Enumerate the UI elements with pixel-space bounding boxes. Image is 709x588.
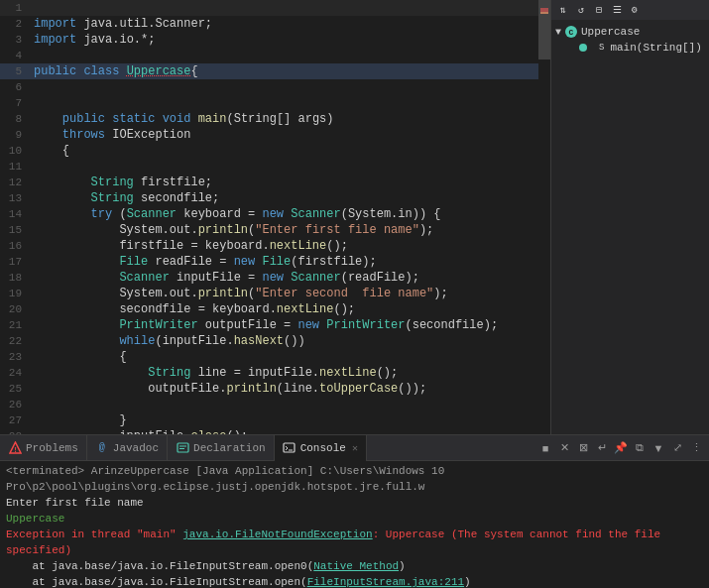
line-content: outputFile.println(line.toUpperCase()); bbox=[30, 381, 538, 397]
outline-content: ▼ C Uppercase S main(String[]) bbox=[551, 20, 709, 434]
line-content: throws IOException bbox=[30, 127, 538, 143]
warning-icon: ! bbox=[8, 441, 22, 455]
line-content: inputFile.close(); bbox=[30, 428, 538, 434]
line-content bbox=[30, 48, 538, 63]
table-row: 19 System.out.println("Enter second file… bbox=[0, 286, 538, 301]
prompt-text: Enter first file name bbox=[6, 497, 144, 509]
collapse-icon[interactable]: ⊟ bbox=[591, 2, 607, 18]
table-row: 18 Scanner inputFile = new Scanner(readF… bbox=[0, 270, 538, 286]
line-number: 27 bbox=[0, 412, 30, 428]
expand-button[interactable]: ⤢ bbox=[668, 439, 686, 457]
copy-button[interactable]: ⧉ bbox=[631, 439, 649, 457]
tab-problems[interactable]: ! Problems bbox=[0, 435, 87, 461]
exception-text: Exception in thread "main" java.io.FileN… bbox=[6, 529, 660, 556]
sync-icon[interactable]: ↺ bbox=[573, 2, 589, 18]
line-content: String secondfile; bbox=[30, 190, 538, 206]
scroll-lock-button[interactable]: ⊠ bbox=[574, 439, 592, 457]
line-content: } bbox=[30, 412, 538, 428]
table-row: 4 bbox=[0, 48, 538, 63]
code-area[interactable]: 1 2 import java.util.Scanner; 3 import j… bbox=[0, 0, 538, 434]
tab-javadoc-label: Javadoc bbox=[113, 442, 159, 454]
tab-console-label: Console bbox=[300, 442, 346, 454]
line-content: String line = inputFile.nextLine(); bbox=[30, 365, 538, 381]
line-content: public static void main(String[] args) bbox=[30, 111, 538, 127]
table-row: 20 secondfile = keyboard.nextLine(); bbox=[0, 301, 538, 317]
tab-console[interactable]: Console ✕ bbox=[275, 435, 367, 461]
table-row: 21 PrintWriter outputFile = new PrintWri… bbox=[0, 317, 538, 333]
word-wrap-button[interactable]: ↵ bbox=[593, 439, 611, 457]
line-number: 5 bbox=[0, 63, 30, 79]
table-row: 10 { bbox=[0, 143, 538, 159]
table-row: 6 bbox=[0, 79, 538, 95]
class-output-text: Uppercase bbox=[6, 513, 64, 525]
class-label: Uppercase bbox=[581, 26, 640, 38]
stack-line-2: at java.base/java.io.FileInputStream.ope… bbox=[6, 574, 703, 588]
sort-icon[interactable]: ⇅ bbox=[555, 2, 571, 18]
outline-method-item[interactable]: S main(String[]) bbox=[551, 40, 709, 56]
table-row: 5 public class Uppercase{ bbox=[0, 63, 538, 79]
table-row: 14 try (Scanner keyboard = new Scanner(S… bbox=[0, 206, 538, 222]
scrollbar-thumb[interactable] bbox=[538, 0, 550, 59]
svg-text:!: ! bbox=[13, 446, 17, 454]
table-row: 15 System.out.println("Enter first file … bbox=[0, 222, 538, 238]
line-content: PrintWriter outputFile = new PrintWriter… bbox=[30, 317, 538, 333]
line-number: 7 bbox=[0, 95, 30, 111]
pin-button[interactable]: 📌 bbox=[612, 439, 630, 457]
table-row: 24 String line = inputFile.nextLine(); bbox=[0, 365, 538, 381]
outline-header: ⇅ ↺ ⊟ ☰ ⚙ bbox=[551, 0, 709, 20]
table-row: 26 bbox=[0, 397, 538, 412]
line-content: Scanner inputFile = new Scanner(readFile… bbox=[30, 270, 538, 286]
filter-button[interactable]: ▼ bbox=[650, 439, 667, 457]
method-visibility-icon: S bbox=[599, 43, 604, 53]
svg-rect-5 bbox=[284, 443, 295, 452]
line-content bbox=[30, 397, 538, 412]
clear-button[interactable]: ✕ bbox=[555, 439, 573, 457]
table-row: 13 String secondfile; bbox=[0, 190, 538, 206]
tab-bar: ! Problems @ Javadoc Declaration Console… bbox=[0, 435, 709, 461]
line-number: 23 bbox=[0, 349, 30, 365]
line-number: 12 bbox=[0, 175, 30, 190]
table-row: 16 firstfile = keyboard.nextLine(); bbox=[0, 238, 538, 254]
exception-link[interactable]: java.io.FileNotFoundException bbox=[182, 529, 372, 540]
table-row: 28 inputFile.close(); bbox=[0, 428, 538, 434]
tab-javadoc[interactable]: @ Javadoc bbox=[87, 435, 168, 461]
tab-actions: ■ ✕ ⊠ ↵ 📌 ⧉ ▼ ⤢ ⋮ bbox=[536, 439, 705, 457]
bottom-panel: ! Problems @ Javadoc Declaration Console… bbox=[0, 434, 709, 588]
tab-declaration[interactable]: Declaration bbox=[168, 435, 275, 461]
vertical-scrollbar-track[interactable] bbox=[538, 0, 550, 434]
line-number: 9 bbox=[0, 127, 30, 143]
line-number: 6 bbox=[0, 79, 30, 95]
line-content: import java.util.Scanner; bbox=[30, 16, 538, 32]
settings-icon[interactable]: ⚙ bbox=[627, 2, 643, 18]
outline-panel: ⇅ ↺ ⊟ ☰ ⚙ ▼ C Uppercase S main(String[]) bbox=[550, 0, 709, 434]
outline-toolbar: ⇅ ↺ ⊟ ☰ ⚙ bbox=[555, 2, 643, 18]
line-content: public class Uppercase{ bbox=[30, 63, 538, 79]
line-content: while(inputFile.hasNext()) bbox=[30, 333, 538, 349]
svg-rect-2 bbox=[177, 443, 188, 452]
more-button[interactable]: ⋮ bbox=[687, 439, 705, 457]
line-number: 10 bbox=[0, 143, 30, 159]
stop-button[interactable]: ■ bbox=[536, 439, 554, 457]
line-number: 1 bbox=[0, 0, 30, 16]
line-content: { bbox=[30, 349, 538, 365]
table-row: 25 outputFile.println(line.toUpperCase()… bbox=[0, 381, 538, 397]
class-name-line: Uppercase bbox=[6, 511, 703, 527]
line-number: 18 bbox=[0, 270, 30, 286]
line-number: 16 bbox=[0, 238, 30, 254]
line-content: try (Scanner keyboard = new Scanner(Syst… bbox=[30, 206, 538, 222]
native-method-link[interactable]: Native Method bbox=[313, 560, 399, 572]
line-content bbox=[30, 95, 538, 111]
line-number: 8 bbox=[0, 111, 30, 127]
fileinputstream-open-link[interactable]: FileInputStream.java:211 bbox=[307, 576, 464, 588]
table-row: 23 { bbox=[0, 349, 538, 365]
table-row: 12 String firstfile; bbox=[0, 175, 538, 190]
line-content: System.out.println("Enter first file nam… bbox=[30, 222, 538, 238]
line-number: 28 bbox=[0, 428, 30, 434]
line-number: 20 bbox=[0, 301, 30, 317]
line-number: 2 bbox=[0, 16, 30, 32]
outline-class-item[interactable]: ▼ C Uppercase bbox=[551, 24, 709, 40]
table-row: 2 import java.util.Scanner; bbox=[0, 16, 538, 32]
filter-icon[interactable]: ☰ bbox=[609, 2, 625, 18]
line-number: 25 bbox=[0, 381, 30, 397]
close-icon[interactable]: ✕ bbox=[352, 442, 358, 454]
